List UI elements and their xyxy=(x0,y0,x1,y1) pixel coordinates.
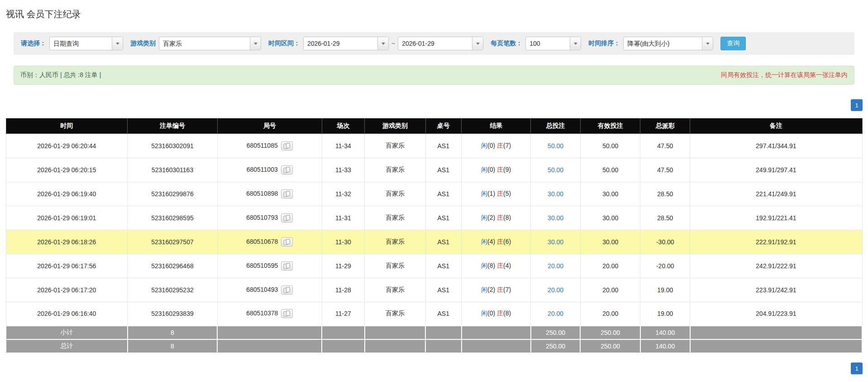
chevron-down-icon[interactable] xyxy=(702,37,713,50)
cell-table-no: AS1 xyxy=(425,134,461,158)
cell-time: 2026-01-29 06:16:40 xyxy=(6,302,128,326)
view-cards-button[interactable] xyxy=(281,261,293,271)
player-result-score: (2) xyxy=(487,286,495,293)
banker-result-score: (4) xyxy=(503,262,511,269)
total-bet-link[interactable]: 50.00 xyxy=(548,142,563,150)
player-result-score: (0) xyxy=(487,309,495,317)
summary-currency-count: 币别：人民币 | 总共 :8 注单 | xyxy=(20,71,101,79)
player-result-score: (0) xyxy=(487,166,495,173)
cell-round: 680510898 xyxy=(217,182,322,206)
column-header: 注单编号 xyxy=(128,118,218,134)
banker-result-score: (5) xyxy=(503,190,511,197)
view-cards-button[interactable] xyxy=(281,309,293,318)
cell-valid-bet: 50.00 xyxy=(580,134,640,158)
cell-game: 百家乐 xyxy=(365,254,425,278)
cell-remark: 223.91/242.91 xyxy=(690,278,862,302)
cell-payout: 19.00 xyxy=(640,302,690,326)
cell-payout: 28.50 xyxy=(640,206,690,230)
cell-payout: 47.50 xyxy=(640,134,690,158)
player-result-label: 闲 xyxy=(481,166,487,173)
cell-time: 2026-01-29 06:19:01 xyxy=(6,206,128,230)
sort-order-combobox[interactable]: 降幂(由大到小) xyxy=(623,37,713,50)
cell-result: 闲(0) 庄(9) xyxy=(462,158,531,182)
cell-remark: 242.91/222.91 xyxy=(690,254,862,278)
date-from-combobox[interactable]: 2026-01-29 xyxy=(303,37,389,50)
cell-valid-bet: 30.00 xyxy=(580,182,640,206)
cell-result: 闲(1) 庄(5) xyxy=(462,182,531,206)
cell-valid-bet: 30.00 xyxy=(580,206,640,230)
cell-bet-id: 523160296468 xyxy=(128,254,218,278)
sort-order-value[interactable]: 降幂(由大到小) xyxy=(624,37,702,50)
game-type-combobox[interactable]: 百家乐 xyxy=(159,37,261,50)
chevron-down-icon[interactable] xyxy=(472,37,483,50)
date-from-value[interactable]: 2026-01-29 xyxy=(304,37,377,50)
cell-payout: -20.00 xyxy=(640,254,690,278)
page-1-button[interactable]: 1 xyxy=(851,99,863,111)
banker-result-label: 庄 xyxy=(497,190,503,197)
total-bet-link[interactable]: 30.00 xyxy=(548,238,563,246)
subtotal-valid-bet: 250.00 xyxy=(580,326,640,339)
total-bet-link[interactable]: 30.00 xyxy=(548,214,563,222)
view-cards-button[interactable] xyxy=(281,285,293,295)
pagination-bottom: 1 xyxy=(5,363,863,374)
banker-result-score: (6) xyxy=(503,238,511,245)
round-number: 680510898 xyxy=(246,189,278,197)
cell-result: 闲(2) 庄(8) xyxy=(462,206,531,230)
total-bet-link[interactable]: 20.00 xyxy=(548,286,563,294)
view-cards-button[interactable] xyxy=(281,237,293,247)
cell-total-bet: 20.00 xyxy=(531,302,581,326)
view-cards-button[interactable] xyxy=(281,165,293,174)
cell-remark: 221.41/249.91 xyxy=(690,182,862,206)
per-page-value[interactable]: 100 xyxy=(526,37,570,50)
cards-icon xyxy=(283,263,291,269)
cards-icon xyxy=(283,167,291,173)
view-cards-button[interactable] xyxy=(281,189,293,198)
total-label: 总计 xyxy=(6,339,128,353)
cell-time: 2026-01-29 06:20:15 xyxy=(6,158,128,182)
select-type-combobox[interactable]: 日期查询 xyxy=(49,37,123,50)
banker-result-label: 庄 xyxy=(497,262,503,269)
banker-result-score: (7) xyxy=(503,286,511,293)
date-to-combobox[interactable]: 2026-01-29 xyxy=(398,37,483,50)
search-button[interactable]: 查询 xyxy=(720,37,746,50)
chevron-down-icon[interactable] xyxy=(570,37,581,50)
subtotal-total-bet: 250.00 xyxy=(531,326,581,339)
total-bet-link[interactable]: 30.00 xyxy=(548,190,563,198)
filter-bar: 请选择： 日期查询 游戏类别 百家乐 时间区间： 2026-01-29 ~ 20… xyxy=(14,32,854,55)
cell-remark: 222.91/192.91 xyxy=(690,230,862,254)
table-row: 2026-01-29 06:19:01 523160298595 6805107… xyxy=(6,206,862,230)
cell-table-no: AS1 xyxy=(425,206,461,230)
column-header: 总派彩 xyxy=(640,118,690,134)
per-page-combobox[interactable]: 100 xyxy=(525,37,581,50)
cell-result: 闲(0) 庄(8) xyxy=(462,302,531,326)
view-cards-button[interactable] xyxy=(281,141,293,150)
cell-game: 百家乐 xyxy=(365,158,425,182)
chevron-down-icon[interactable] xyxy=(377,37,388,50)
cell-time: 2026-01-29 06:17:20 xyxy=(6,278,128,302)
view-cards-button[interactable] xyxy=(281,213,293,222)
cell-bet-id: 523160299876 xyxy=(128,182,218,206)
select-type-label: 请选择： xyxy=(21,39,46,48)
total-bet-link[interactable]: 20.00 xyxy=(548,310,563,317)
column-header: 桌号 xyxy=(425,118,461,134)
game-type-value[interactable]: 百家乐 xyxy=(159,37,250,50)
select-type-value[interactable]: 日期查询 xyxy=(50,37,112,50)
total-bet-link[interactable]: 50.00 xyxy=(548,166,563,174)
column-header: 局号 xyxy=(217,118,322,134)
cards-icon xyxy=(283,287,291,293)
player-result-label: 闲 xyxy=(481,286,487,293)
cell-total-bet: 20.00 xyxy=(531,254,581,278)
page-1-button[interactable]: 1 xyxy=(851,363,863,374)
player-result-label: 闲 xyxy=(481,142,487,149)
chevron-down-icon[interactable] xyxy=(250,37,261,50)
cell-result: 闲(4) 庄(6) xyxy=(462,230,531,254)
date-to-value[interactable]: 2026-01-29 xyxy=(398,37,472,50)
cell-round: 680510595 xyxy=(217,254,322,278)
round-number: 680510595 xyxy=(246,261,278,269)
cell-payout: 19.00 xyxy=(640,278,690,302)
player-result-label: 闲 xyxy=(481,309,487,317)
chevron-down-icon[interactable] xyxy=(112,37,123,50)
banker-result-label: 庄 xyxy=(497,214,503,221)
total-bet-link[interactable]: 20.00 xyxy=(548,262,563,270)
player-result-score: (1) xyxy=(487,190,495,197)
